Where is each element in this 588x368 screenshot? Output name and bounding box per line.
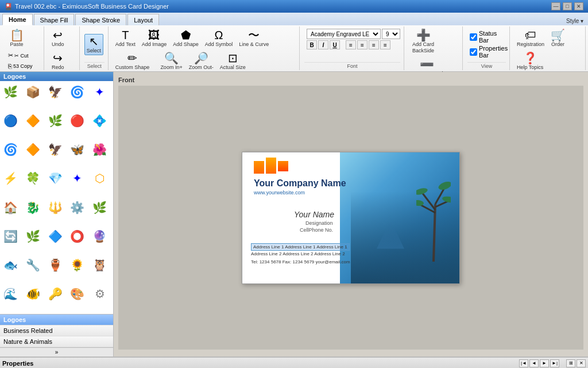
list-item[interactable]: 🔶 — [24, 140, 42, 159]
list-item[interactable]: ⭕ — [68, 227, 87, 246]
list-item[interactable]: 💎 — [46, 169, 65, 188]
business-card[interactable]: Your Company Name www.yourwebsite.com Yo… — [242, 152, 460, 284]
custom-shape-button[interactable]: ✏ Custom Shape — [113, 51, 152, 72]
list-item[interactable]: 🌿 — [46, 111, 65, 130]
panel-expand-button[interactable]: » — [0, 347, 113, 356]
list-item[interactable]: 🦋 — [68, 140, 87, 159]
add-text-button[interactable]: T Add Text — [113, 28, 138, 49]
list-item[interactable]: 🔵 — [1, 111, 20, 130]
undo-button[interactable]: ↩ Undo — [49, 28, 67, 49]
status-bar-checkbox[interactable] — [470, 33, 477, 41]
zoom-in-button[interactable]: 🔍 Zoom In+ — [158, 51, 184, 72]
props-close-button[interactable]: ✕ — [577, 359, 586, 367]
redo-button[interactable]: ↪ Redo — [49, 51, 67, 72]
minimize-button[interactable]: — — [551, 2, 560, 10]
style-dropdown[interactable]: Style ▾ — [562, 17, 588, 25]
list-item[interactable]: ✦ — [68, 169, 87, 188]
tab-home[interactable]: Home — [2, 14, 33, 25]
props-nav-next[interactable]: ► — [540, 359, 549, 367]
align-left-button[interactable]: ≡ — [346, 40, 356, 49]
list-item[interactable]: 🌿 — [90, 198, 109, 217]
list-item[interactable]: 🔑 — [46, 285, 65, 304]
tab-shape-fill[interactable]: Shape Fill — [34, 14, 75, 25]
line-curve-button[interactable]: 〜 Line & Curve — [237, 28, 271, 49]
properties-bar-checkbox[interactable] — [470, 48, 477, 56]
help-button[interactable]: ❓ Help Topics — [514, 51, 546, 72]
order-button[interactable]: 🛒 Order — [548, 28, 567, 49]
list-item[interactable]: 🌻 — [68, 256, 87, 275]
list-item[interactable]: 🌿 — [24, 227, 42, 246]
add-image-button[interactable]: 🖼 Add Image — [140, 28, 169, 49]
registration-button[interactable]: 🏷 Registration — [514, 28, 547, 49]
bold-button[interactable]: B — [307, 40, 317, 49]
list-item[interactable]: 🏠 — [1, 198, 20, 217]
list-item[interactable]: 🐠 — [24, 285, 42, 304]
align-justify-button[interactable]: ≡ — [380, 40, 390, 49]
add-card-backside-button[interactable]: ➕ Add Card BackSide — [409, 28, 438, 55]
list-item[interactable]: 🌀 — [68, 82, 87, 101]
zoom-out-button[interactable]: 🔎 Zoom Out- — [187, 51, 216, 72]
list-item[interactable]: 📦 — [24, 82, 42, 101]
list-item[interactable]: 🔄 — [1, 227, 20, 246]
list-item[interactable]: ⬡ — [90, 169, 109, 188]
close-button[interactable]: ✕ — [574, 2, 583, 10]
list-item[interactable]: 🌀 — [1, 140, 20, 159]
list-item[interactable]: 🐉 — [24, 198, 42, 217]
list-item[interactable]: 🔷 — [46, 227, 65, 246]
add-image-icon: 🖼 — [148, 29, 160, 41]
category-nature-animals[interactable]: Nature & Animals — [0, 336, 113, 347]
maximize-button[interactable]: □ — [563, 2, 572, 10]
props-nav-prev[interactable]: ◄ — [529, 359, 539, 367]
category-logoes[interactable]: Logoes — [0, 315, 113, 325]
props-float-button[interactable]: ⊞ — [566, 359, 575, 367]
add-card-icon: ➕ — [416, 29, 431, 41]
props-nav-first[interactable]: |◄ — [519, 359, 528, 367]
list-item[interactable]: 🦉 — [90, 256, 109, 275]
copy-button[interactable]: ⎘ 53 Copy — [6, 62, 38, 71]
list-item[interactable]: 🔱 — [46, 198, 65, 217]
list-item[interactable]: 🌊 — [1, 285, 20, 304]
list-item[interactable]: ⚡ — [1, 169, 20, 188]
properties-panel: Properties |◄ ◄ ► ►| ⊞ ✕ General Fill St… — [0, 356, 588, 368]
list-item[interactable]: 🔧 — [24, 256, 42, 275]
font-size-select[interactable]: 9 — [382, 29, 400, 39]
list-item[interactable]: 🏺 — [46, 256, 65, 275]
list-item[interactable]: 🌺 — [90, 140, 109, 159]
tab-shape-stroke[interactable]: Shape Stroke — [75, 14, 126, 25]
font-name-select[interactable]: Academy Engraved LE — [307, 29, 381, 39]
actual-size-button[interactable]: ⊡ Actual Size — [218, 51, 248, 72]
list-item[interactable]: ⚙ — [90, 285, 109, 304]
align-center-button[interactable]: ≡ — [357, 40, 368, 49]
list-item[interactable]: 🔮 — [90, 227, 109, 246]
cellphone: CellPhone No. — [300, 227, 333, 233]
list-item[interactable]: ✦ — [90, 82, 109, 101]
list-item[interactable]: 🦅 — [46, 82, 65, 101]
list-item[interactable]: 🌿 — [1, 82, 20, 101]
tab-layout[interactable]: Layout — [127, 14, 159, 25]
list-item[interactable]: 🦅 — [46, 140, 65, 159]
canvas-workspace[interactable]: Your Company Name www.yourwebsite.com Yo… — [118, 86, 583, 350]
properties-header: Properties |◄ ◄ ► ►| ⊞ ✕ — [0, 358, 588, 368]
list-item[interactable]: 🔶 — [24, 111, 42, 130]
underline-button[interactable]: U — [330, 40, 340, 49]
add-symbol-button[interactable]: Ω Add Symbol — [203, 28, 235, 49]
titlebar-controls: — □ ✕ — [551, 2, 583, 10]
list-item[interactable]: 🍀 — [24, 169, 42, 188]
add-shape-button[interactable]: ⬟ Add Shape — [171, 28, 201, 49]
cut-button[interactable]: ✂ ✂ Cut — [6, 51, 38, 60]
paste-button[interactable]: 📋 Paste — [6, 28, 28, 49]
select-button[interactable]: ↖ Select — [84, 34, 103, 55]
props-nav-last[interactable]: ►| — [550, 359, 559, 367]
italic-button[interactable]: I — [318, 40, 328, 49]
align-right-button[interactable]: ≡ — [369, 40, 379, 49]
list-item[interactable]: 💠 — [90, 111, 109, 130]
list-item[interactable]: ⚙️ — [68, 198, 87, 217]
list-item[interactable]: 🐟 — [1, 256, 20, 275]
category-business-related[interactable]: Business Related — [0, 325, 113, 336]
paste-icon: 📋 — [10, 29, 24, 41]
company-logo — [254, 161, 288, 174]
person-name: Your Name — [294, 210, 334, 219]
list-item[interactable]: 🎨 — [68, 285, 87, 304]
list-item[interactable]: 🔴 — [68, 111, 87, 130]
address-line1[interactable]: Address Line 1 Address Line 1 Address Li… — [251, 243, 350, 251]
